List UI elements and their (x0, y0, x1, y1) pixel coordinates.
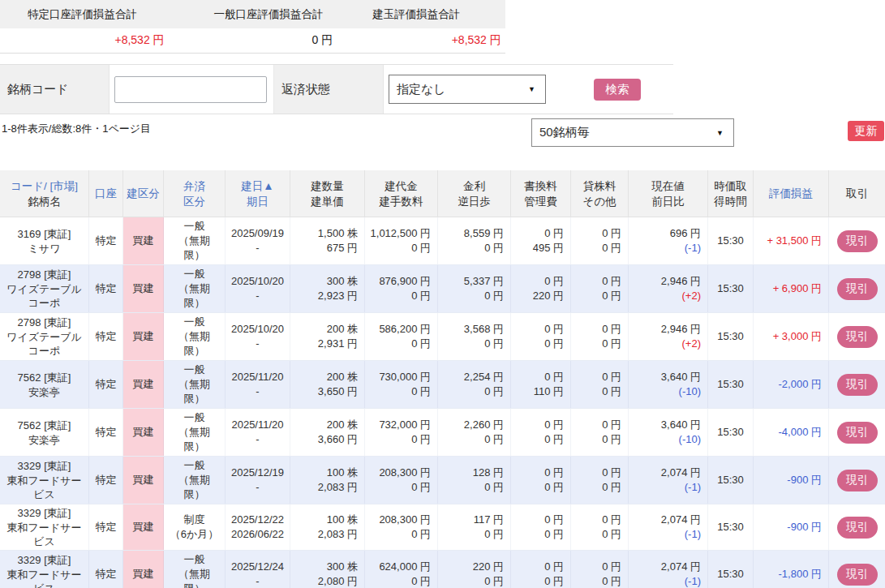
genbiki-button[interactable]: 現引 (837, 278, 878, 300)
cell-lending-other: 0 円0 円 (571, 217, 629, 264)
cell-code-name: 7562 [東証]安楽亭 (0, 361, 89, 408)
cell-dates: 2025/10/20- (226, 313, 290, 360)
column-header[interactable]: 弁済区分 (164, 170, 226, 217)
cell-interest-dailyfee: 117 円0 円 (438, 504, 511, 550)
cell-account: 特定 (89, 217, 123, 264)
cell-valuation-pl: -900 円 (754, 504, 829, 550)
cell-repayment: 一般（無期限） (164, 409, 226, 456)
tokutei-account-pl-value: +8,532 円 (0, 33, 169, 48)
column-header[interactable]: 建区分 (123, 170, 164, 217)
cell-valuation-pl: -900 円 (754, 457, 829, 504)
cell-repayment: 制度（6か月） (164, 504, 226, 550)
cell-quote-time: 15:30 (708, 217, 754, 264)
cell-dates: 2025/12/19- (226, 457, 290, 504)
cell-interest-dailyfee: 220 円0 円 (438, 551, 511, 588)
genbiki-button[interactable]: 現引 (837, 422, 878, 444)
cell-account: 特定 (89, 551, 123, 588)
cell-valuation-pl: + 31,500 円 (754, 217, 829, 264)
cell-interest-dailyfee: 8,559 円0 円 (438, 217, 511, 264)
column-header: 取引 (829, 170, 885, 217)
cell-code-name: 3329 [東証]東和フードサービス (0, 504, 89, 550)
genbiki-button[interactable]: 現引 (837, 470, 878, 491)
cell-code-name: 3169 [東証]ミサワ (0, 217, 89, 264)
column-header: 貸株料その他 (571, 170, 629, 217)
position-row: 7562 [東証]安楽亭 特定 買建 一般（無期限） 2025/11/20- 2… (0, 361, 885, 409)
cell-repayment: 一般（無期限） (164, 457, 226, 504)
cell-lending-other: 0 円0 円 (571, 551, 629, 588)
column-header: 時価取得時間 (708, 170, 754, 217)
cell-quantity-unitprice: 200 株2,931 円 (290, 313, 365, 360)
position-row: 3329 [東証]東和フードサービス 特定 買建 制度（6か月） 2025/12… (0, 504, 885, 551)
cell-price-change: 696 円(-1) (629, 217, 708, 264)
table-header-row: コード/ [市場]銘柄名 口座 建区分 弁済区分 建日▲期日 建数量建単価 建代… (0, 170, 885, 217)
cell-lending-other: 0 円0 円 (571, 265, 629, 312)
stock-code-input[interactable] (114, 76, 267, 103)
column-header: 書換料管理費 (511, 170, 571, 217)
cell-valuation-pl: -1,800 円 (754, 551, 829, 588)
cell-action: 現引 (829, 551, 885, 588)
position-row: 2798 [東証]ワイズテーブルコーポ 特定 買建 一般（無期限） 2025/1… (0, 313, 885, 361)
cell-price-change: 2,074 円(-1) (629, 504, 708, 550)
tokutei-account-pl-label: 特定口座評価損益合計 (0, 7, 169, 22)
pagination-info: 1-8件表示/総数:8件・1ページ目 (2, 122, 151, 136)
column-header[interactable]: 評価損益 (754, 170, 829, 217)
cell-quantity-unitprice: 100 株2,083 円 (290, 457, 365, 504)
refresh-button[interactable]: 更新 (848, 121, 884, 141)
column-header[interactable]: 口座 (89, 170, 123, 217)
genbiki-button[interactable]: 現引 (837, 564, 878, 586)
cell-account: 特定 (89, 457, 123, 504)
cell-trade-type: 買建 (123, 551, 164, 588)
position-pl-value: +8,532 円 (337, 33, 505, 48)
cell-repayment: 一般（無期限） (164, 551, 226, 588)
position-row: 2798 [東証]ワイズテーブルコーポ 特定 買建 一般（無期限） 2025/1… (0, 265, 885, 313)
column-header[interactable]: 建日▲期日 (226, 170, 290, 217)
list-controls: 1-8件表示/総数:8件・1ページ目 50銘柄毎 ▼ 更新 (0, 114, 885, 170)
cell-trade-type: 買建 (123, 313, 164, 360)
cell-lending-other: 0 円0 円 (571, 504, 629, 550)
cell-rewrite-mgmt: 0 円0 円 (511, 551, 571, 588)
genbiki-button[interactable]: 現引 (837, 230, 878, 252)
cell-valuation-pl: + 6,900 円 (754, 265, 829, 312)
repayment-status-select[interactable]: 指定なし ▼ (389, 75, 546, 104)
cell-quantity-unitprice: 200 株3,650 円 (290, 361, 365, 408)
cell-interest-dailyfee: 2,260 円0 円 (438, 409, 511, 456)
search-button[interactable]: 検索 (594, 79, 641, 101)
cell-quantity-unitprice: 300 株2,080 円 (290, 551, 365, 588)
position-row: 7562 [東証]安楽亭 特定 買建 一般（無期限） 2025/11/20- 2… (0, 409, 885, 457)
cell-rewrite-mgmt: 0 円220 円 (511, 265, 571, 312)
cell-action: 現引 (829, 361, 885, 408)
cell-lending-other: 0 円0 円 (571, 361, 629, 408)
cell-interest-dailyfee: 2,254 円0 円 (438, 361, 511, 408)
genbiki-button[interactable]: 現引 (837, 517, 878, 539)
cell-quote-time: 15:30 (708, 409, 754, 456)
cell-amount-commission: 208,300 円0 円 (365, 504, 438, 550)
genbiki-button[interactable]: 現引 (837, 374, 878, 396)
cell-amount-commission: 624,000 円0 円 (365, 551, 438, 588)
cell-rewrite-mgmt: 0 円0 円 (511, 409, 571, 456)
cell-trade-type: 買建 (123, 217, 164, 264)
chevron-down-icon: ▼ (716, 129, 724, 137)
cell-repayment: 一般（無期限） (164, 217, 226, 264)
cell-rewrite-mgmt: 0 円0 円 (511, 504, 571, 550)
cell-amount-commission: 1,012,500 円0 円 (365, 217, 438, 264)
per-page-select[interactable]: 50銘柄毎 ▼ (531, 118, 734, 147)
cell-rewrite-mgmt: 0 円0 円 (511, 457, 571, 504)
cell-account: 特定 (89, 409, 123, 456)
column-header: 金利逆日歩 (438, 170, 511, 217)
stock-code-label: 銘柄コード (0, 65, 110, 114)
search-form: 銘柄コード 返済状態 指定なし ▼ 検索 (0, 64, 673, 114)
cell-rewrite-mgmt: 0 円495 円 (511, 217, 571, 264)
cell-lending-other: 0 円0 円 (571, 409, 629, 456)
cell-price-change: 2,946 円(+2) (629, 265, 708, 312)
genbiki-button[interactable]: 現引 (837, 326, 878, 348)
ippan-account-pl-label: 一般口座評価損益合計 (169, 7, 337, 22)
chevron-down-icon: ▼ (528, 85, 535, 93)
cell-dates: 2025/09/19- (226, 217, 290, 264)
cell-code-name: 2798 [東証]ワイズテーブルコーポ (0, 313, 89, 360)
cell-account: 特定 (89, 313, 123, 360)
position-row: 3329 [東証]東和フードサービス 特定 買建 一般（無期限） 2025/12… (0, 551, 885, 588)
ippan-account-pl-value: 0 円 (169, 33, 337, 48)
positions-table: コード/ [市場]銘柄名 口座 建区分 弁済区分 建日▲期日 建数量建単価 建代… (0, 170, 885, 588)
cell-dates: 2025/11/20- (226, 409, 290, 456)
column-header[interactable]: コード/ [市場]銘柄名 (0, 170, 89, 217)
